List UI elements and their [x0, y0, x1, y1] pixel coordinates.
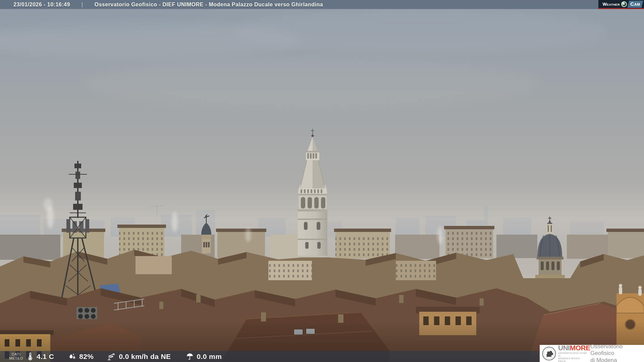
precipitation-value: 0.0 mm [197, 353, 222, 361]
unimore-subtitle-line2: MODENA E REGGIO EMILIA [558, 357, 588, 362]
weathercam-cam-label: Cam [630, 1, 640, 7]
humidity-value: 82% [79, 353, 94, 361]
timestamp: 23/01/2026 - 10:16:49 [13, 2, 70, 8]
wind-vane-icon [106, 353, 116, 361]
dati-label-line2: METEO [9, 357, 23, 361]
unimore-subtitle: UNIVERSITÀ DEGLI STUDI DI MODENA E REGGI… [558, 352, 588, 362]
unimore-logo-box[interactable]: UNIMORE UNIVERSITÀ DEGLI STUDI DI MODENA… [540, 345, 644, 362]
camera-lens-icon [621, 1, 627, 7]
wind-value: 0.0 km/h da NE [119, 353, 171, 361]
top-overlay-bar: 23/01/2026 - 10:16:49 | Osservatorio Geo… [0, 0, 644, 9]
wind-reading: 0.0 km/h da NE [106, 353, 171, 361]
umbrella-icon [185, 352, 194, 361]
webcam-photo [0, 0, 644, 362]
weathercam-weather-label: Weather [602, 2, 620, 7]
observatory-name-line1: Osservatorio Geofisico [590, 343, 644, 357]
camera-title: Osservatorio Geofisico - DIEF UNIMORE - … [95, 2, 323, 8]
humidity-icon [68, 353, 77, 361]
weathercam-logo[interactable]: Weather Cam [598, 0, 644, 9]
humidity-reading: 82% [68, 353, 94, 361]
weathercam-cam-badge: Cam [627, 1, 643, 8]
separator: | [82, 2, 83, 8]
unimore-wordmark: UNIMORE UNIVERSITÀ DEGLI STUDI DI MODENA… [558, 344, 588, 362]
unimore-seal-icon [542, 347, 556, 361]
temperature-reading: 4.1 C [26, 352, 54, 361]
precipitation-reading: 0.0 mm [185, 352, 222, 361]
observatory-name: Osservatorio Geofisico di Modena [590, 343, 644, 362]
thermometer-icon [26, 352, 34, 361]
dati-meteo-label: DATI METEO [6, 353, 26, 360]
dati-label-line1: DATI [12, 353, 21, 357]
temperature-value: 4.1 C [37, 353, 54, 361]
unimore-uni-text: UNI [558, 344, 570, 352]
observatory-name-line2: di Modena [590, 357, 644, 362]
unimore-more-text: MORE [570, 344, 590, 352]
unimore-subtitle-line1: UNIVERSITÀ DEGLI STUDI DI [558, 352, 588, 357]
